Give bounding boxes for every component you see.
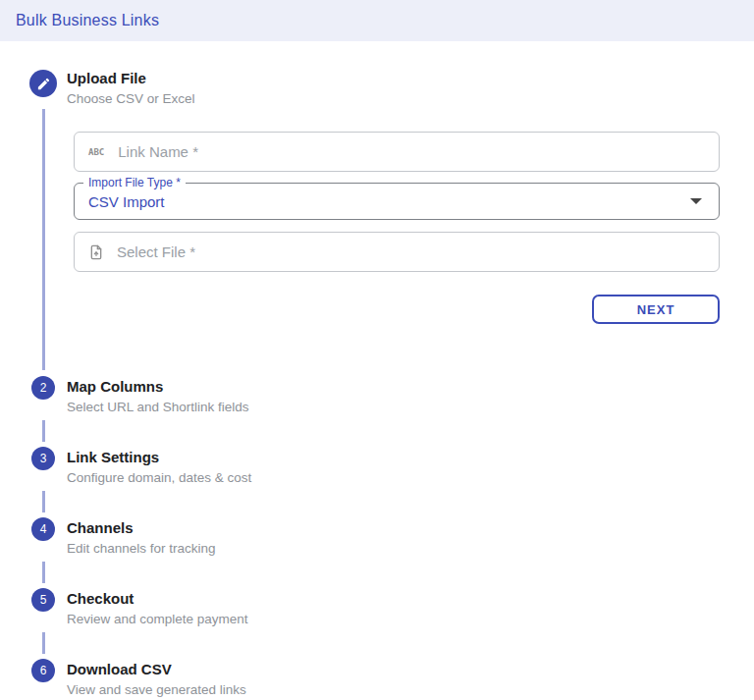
file-upload-icon	[88, 243, 104, 261]
link-name-field[interactable]: ABC	[74, 132, 720, 172]
step-connector	[42, 491, 754, 512]
step-1-title: Upload File	[67, 68, 195, 88]
pencil-icon	[36, 77, 51, 91]
step-3-title: Link Settings	[67, 447, 251, 467]
step-5-circle: 5	[31, 588, 55, 612]
step-1-circle	[29, 70, 57, 97]
step-6-subtitle: View and save generated links	[67, 679, 246, 700]
dropdown-arrow-icon	[690, 198, 702, 204]
page-title: Bulk Business Links	[16, 12, 159, 29]
step-connector	[42, 562, 754, 583]
step-4-circle: 4	[31, 517, 55, 541]
step-3-subtitle: Configure domain, dates & cost	[67, 467, 251, 488]
link-name-input[interactable]	[118, 143, 705, 160]
next-button[interactable]: NEXT	[592, 295, 720, 324]
step-4-title: Channels	[67, 517, 216, 538]
import-file-type-select[interactable]: Import File Type * CSV Import	[74, 183, 720, 220]
step-6-indicator: 6	[29, 657, 57, 700]
step-connector	[42, 420, 754, 442]
abc-icon: ABC	[88, 147, 104, 157]
step-connector	[42, 350, 754, 370]
step-2-indicator: 2	[29, 374, 57, 417]
select-file-field[interactable]: Select File *	[74, 232, 720, 272]
step-header-map-columns[interactable]: 2 Map Columns Select URL and Shortlink f…	[0, 374, 754, 417]
step-6-title: Download CSV	[67, 659, 246, 679]
step-3-circle: 3	[31, 447, 55, 470]
step-4-indicator: 4	[29, 515, 57, 559]
step-2-circle: 2	[31, 376, 55, 400]
step-5-indicator: 5	[29, 586, 57, 629]
app-header: Bulk Business Links	[0, 0, 754, 41]
import-file-type-label: Import File Type *	[83, 176, 186, 189]
step-1-indicator	[29, 70, 57, 109]
step-header-link-settings[interactable]: 3 Link Settings Configure domain, dates …	[0, 445, 754, 488]
vertical-stepper: Upload File Choose CSV or Excel ABC Impo…	[0, 41, 754, 700]
step-2-title: Map Columns	[67, 376, 249, 397]
step-header-upload-file[interactable]: Upload File Choose CSV or Excel	[0, 66, 754, 109]
step-5-title: Checkout	[67, 588, 248, 609]
step-6-circle: 6	[31, 659, 55, 682]
step-1-subtitle: Choose CSV or Excel	[67, 88, 195, 109]
step-1-content: ABC Import File Type * CSV Import Select…	[42, 109, 754, 350]
step-header-download-csv[interactable]: 6 Download CSV View and save generated l…	[0, 657, 754, 700]
step-3-indicator: 3	[29, 445, 57, 488]
step-4-subtitle: Edit channels for tracking	[67, 538, 216, 559]
select-file-placeholder: Select File *	[117, 243, 195, 260]
step-header-checkout[interactable]: 5 Checkout Review and complete payment	[0, 586, 754, 629]
step-connector	[42, 632, 754, 654]
import-file-type-value: CSV Import	[88, 193, 165, 210]
step-5-subtitle: Review and complete payment	[67, 609, 248, 629]
step-header-channels[interactable]: 4 Channels Edit channels for tracking	[0, 515, 754, 559]
step-2-subtitle: Select URL and Shortlink fields	[67, 397, 249, 417]
